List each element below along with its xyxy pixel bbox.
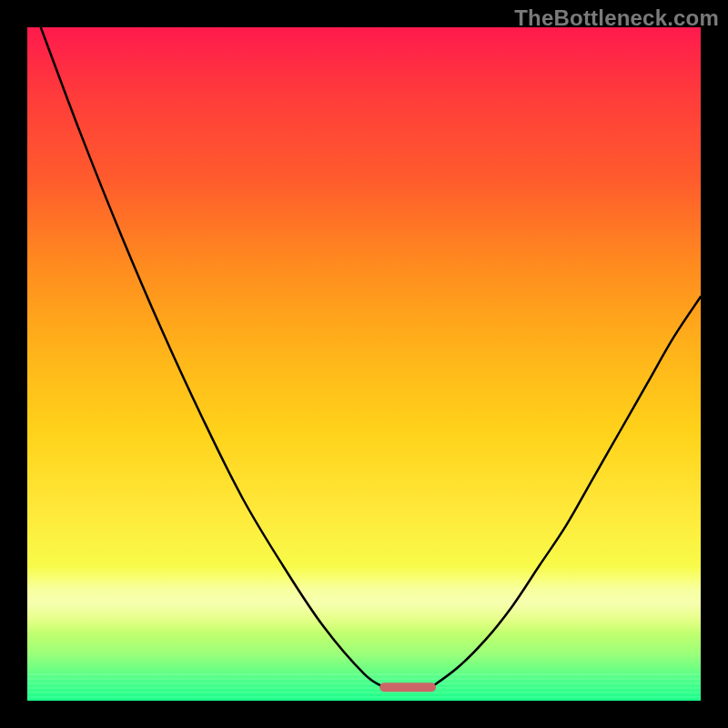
chart-frame: TheBottleneck.com — [0, 0, 728, 728]
plot-gradient-background — [27, 27, 701, 701]
watermark-text: TheBottleneck.com — [514, 5, 719, 31]
